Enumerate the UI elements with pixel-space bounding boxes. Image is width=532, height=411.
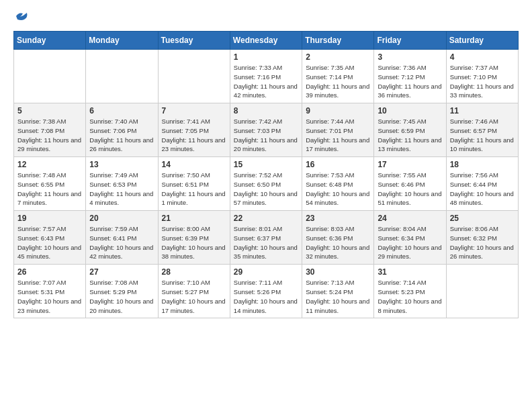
- day-info: Sunrise: 7:55 AM Sunset: 6:46 PM Dayligh…: [378, 171, 442, 208]
- day-number: 2: [306, 52, 370, 62]
- calendar-cell: 30Sunrise: 7:13 AM Sunset: 5:24 PM Dayli…: [302, 265, 374, 318]
- calendar-cell: [86, 50, 158, 103]
- day-number: 12: [17, 160, 82, 169]
- day-number: 11: [450, 106, 515, 116]
- day-number: 13: [89, 160, 154, 169]
- calendar-cell: 27Sunrise: 7:08 AM Sunset: 5:29 PM Dayli…: [86, 265, 158, 318]
- day-number: 20: [89, 214, 154, 223]
- week-row-2: 5Sunrise: 7:38 AM Sunset: 7:08 PM Daylig…: [14, 103, 519, 157]
- calendar-cell: 14Sunrise: 7:50 AM Sunset: 6:51 PM Dayli…: [158, 157, 230, 211]
- day-info: Sunrise: 8:00 AM Sunset: 6:39 PM Dayligh…: [162, 224, 226, 261]
- day-number: 9: [306, 106, 370, 116]
- calendar-cell: 2Sunrise: 7:35 AM Sunset: 7:14 PM Daylig…: [302, 50, 374, 103]
- day-info: Sunrise: 7:14 AM Sunset: 5:23 PM Dayligh…: [378, 278, 442, 315]
- day-number: 28: [162, 267, 226, 277]
- calendar-cell: 18Sunrise: 7:56 AM Sunset: 6:44 PM Dayli…: [446, 157, 518, 211]
- day-info: Sunrise: 7:44 AM Sunset: 7:01 PM Dayligh…: [306, 117, 370, 154]
- calendar-cell: 13Sunrise: 7:49 AM Sunset: 6:53 PM Dayli…: [86, 157, 158, 211]
- day-number: 5: [17, 106, 82, 116]
- week-row-1: 1Sunrise: 7:33 AM Sunset: 7:16 PM Daylig…: [14, 50, 519, 103]
- calendar-cell: [446, 265, 518, 318]
- day-info: Sunrise: 7:53 AM Sunset: 6:48 PM Dayligh…: [306, 171, 370, 208]
- day-info: Sunrise: 7:36 AM Sunset: 7:12 PM Dayligh…: [378, 63, 442, 100]
- calendar-cell: 20Sunrise: 7:59 AM Sunset: 6:41 PM Dayli…: [86, 211, 158, 265]
- calendar-cell: 15Sunrise: 7:52 AM Sunset: 6:50 PM Dayli…: [230, 157, 302, 211]
- day-info: Sunrise: 7:57 AM Sunset: 6:43 PM Dayligh…: [17, 224, 82, 261]
- calendar-cell: 8Sunrise: 7:42 AM Sunset: 7:03 PM Daylig…: [230, 103, 302, 157]
- day-info: Sunrise: 7:07 AM Sunset: 5:31 PM Dayligh…: [17, 278, 82, 315]
- day-info: Sunrise: 8:06 AM Sunset: 6:32 PM Dayligh…: [450, 224, 515, 261]
- calendar-cell: 17Sunrise: 7:55 AM Sunset: 6:46 PM Dayli…: [374, 157, 446, 211]
- day-number: 4: [450, 52, 515, 62]
- calendar-cell: 22Sunrise: 8:01 AM Sunset: 6:37 PM Dayli…: [230, 211, 302, 265]
- day-number: 7: [162, 106, 226, 116]
- day-number: 22: [234, 214, 298, 223]
- day-number: 26: [17, 267, 82, 277]
- day-number: 14: [162, 160, 226, 169]
- calendar-cell: 7Sunrise: 7:41 AM Sunset: 7:05 PM Daylig…: [158, 103, 230, 157]
- calendar-cell: 26Sunrise: 7:07 AM Sunset: 5:31 PM Dayli…: [14, 265, 86, 318]
- day-number: 23: [306, 214, 370, 223]
- day-header-wednesday: Wednesday: [230, 32, 302, 50]
- calendar-cell: 16Sunrise: 7:53 AM Sunset: 6:48 PM Dayli…: [302, 157, 374, 211]
- day-number: 27: [89, 267, 154, 277]
- day-info: Sunrise: 7:52 AM Sunset: 6:50 PM Dayligh…: [234, 171, 298, 208]
- day-info: Sunrise: 7:33 AM Sunset: 7:16 PM Dayligh…: [234, 63, 298, 100]
- page-header: [13, 13, 519, 20]
- calendar-header-row: SundayMondayTuesdayWednesdayThursdayFrid…: [14, 32, 519, 50]
- day-number: 25: [450, 214, 515, 223]
- day-header-monday: Monday: [86, 32, 158, 50]
- day-number: 17: [378, 160, 442, 169]
- day-info: Sunrise: 7:42 AM Sunset: 7:03 PM Dayligh…: [234, 117, 298, 154]
- calendar-cell: 10Sunrise: 7:45 AM Sunset: 6:59 PM Dayli…: [374, 103, 446, 157]
- calendar-cell: 21Sunrise: 8:00 AM Sunset: 6:39 PM Dayli…: [158, 211, 230, 265]
- day-number: 29: [234, 267, 298, 277]
- day-header-saturday: Saturday: [446, 32, 518, 50]
- day-info: Sunrise: 7:50 AM Sunset: 6:51 PM Dayligh…: [162, 171, 226, 208]
- week-row-5: 26Sunrise: 7:07 AM Sunset: 5:31 PM Dayli…: [14, 265, 519, 318]
- day-info: Sunrise: 7:49 AM Sunset: 6:53 PM Dayligh…: [89, 171, 154, 208]
- day-number: 24: [378, 214, 442, 223]
- day-info: Sunrise: 7:13 AM Sunset: 5:24 PM Dayligh…: [306, 278, 370, 315]
- day-info: Sunrise: 8:03 AM Sunset: 6:36 PM Dayligh…: [306, 224, 370, 261]
- day-header-friday: Friday: [374, 32, 446, 50]
- day-info: Sunrise: 7:46 AM Sunset: 6:57 PM Dayligh…: [450, 117, 515, 154]
- calendar-cell: 1Sunrise: 7:33 AM Sunset: 7:16 PM Daylig…: [230, 50, 302, 103]
- day-header-tuesday: Tuesday: [158, 32, 230, 50]
- calendar-cell: 12Sunrise: 7:48 AM Sunset: 6:55 PM Dayli…: [14, 157, 86, 211]
- week-row-4: 19Sunrise: 7:57 AM Sunset: 6:43 PM Dayli…: [14, 211, 519, 265]
- calendar-cell: 31Sunrise: 7:14 AM Sunset: 5:23 PM Dayli…: [374, 265, 446, 318]
- day-info: Sunrise: 7:08 AM Sunset: 5:29 PM Dayligh…: [89, 278, 154, 315]
- calendar-cell: 24Sunrise: 8:04 AM Sunset: 6:34 PM Dayli…: [374, 211, 446, 265]
- day-info: Sunrise: 7:41 AM Sunset: 7:05 PM Dayligh…: [162, 117, 226, 154]
- day-number: 8: [234, 106, 298, 116]
- day-number: 6: [89, 106, 154, 116]
- calendar-cell: 19Sunrise: 7:57 AM Sunset: 6:43 PM Dayli…: [14, 211, 86, 265]
- day-info: Sunrise: 7:48 AM Sunset: 6:55 PM Dayligh…: [17, 171, 82, 208]
- calendar-cell: 5Sunrise: 7:38 AM Sunset: 7:08 PM Daylig…: [14, 103, 86, 157]
- day-number: 31: [378, 267, 442, 277]
- day-number: 1: [234, 52, 298, 62]
- calendar-cell: [158, 50, 230, 103]
- calendar-cell: 6Sunrise: 7:40 AM Sunset: 7:06 PM Daylig…: [86, 103, 158, 157]
- day-info: Sunrise: 7:11 AM Sunset: 5:26 PM Dayligh…: [234, 278, 298, 315]
- day-info: Sunrise: 7:10 AM Sunset: 5:27 PM Dayligh…: [162, 278, 226, 315]
- day-info: Sunrise: 7:56 AM Sunset: 6:44 PM Dayligh…: [450, 171, 515, 208]
- day-info: Sunrise: 8:01 AM Sunset: 6:37 PM Dayligh…: [234, 224, 298, 261]
- day-info: Sunrise: 7:40 AM Sunset: 7:06 PM Dayligh…: [89, 117, 154, 154]
- calendar-cell: 28Sunrise: 7:10 AM Sunset: 5:27 PM Dayli…: [158, 265, 230, 318]
- calendar-cell: 9Sunrise: 7:44 AM Sunset: 7:01 PM Daylig…: [302, 103, 374, 157]
- day-header-sunday: Sunday: [14, 32, 86, 50]
- week-row-3: 12Sunrise: 7:48 AM Sunset: 6:55 PM Dayli…: [14, 157, 519, 211]
- day-info: Sunrise: 8:04 AM Sunset: 6:34 PM Dayligh…: [378, 224, 442, 261]
- calendar-cell: 11Sunrise: 7:46 AM Sunset: 6:57 PM Dayli…: [446, 103, 518, 157]
- day-number: 16: [306, 160, 370, 169]
- day-number: 21: [162, 214, 226, 223]
- day-header-thursday: Thursday: [302, 32, 374, 50]
- day-info: Sunrise: 7:35 AM Sunset: 7:14 PM Dayligh…: [306, 63, 370, 100]
- day-number: 15: [234, 160, 298, 169]
- logo-bird-icon: [15, 11, 30, 23]
- calendar-cell: 23Sunrise: 8:03 AM Sunset: 6:36 PM Dayli…: [302, 211, 374, 265]
- day-info: Sunrise: 7:59 AM Sunset: 6:41 PM Dayligh…: [89, 224, 154, 261]
- logo: [13, 13, 30, 20]
